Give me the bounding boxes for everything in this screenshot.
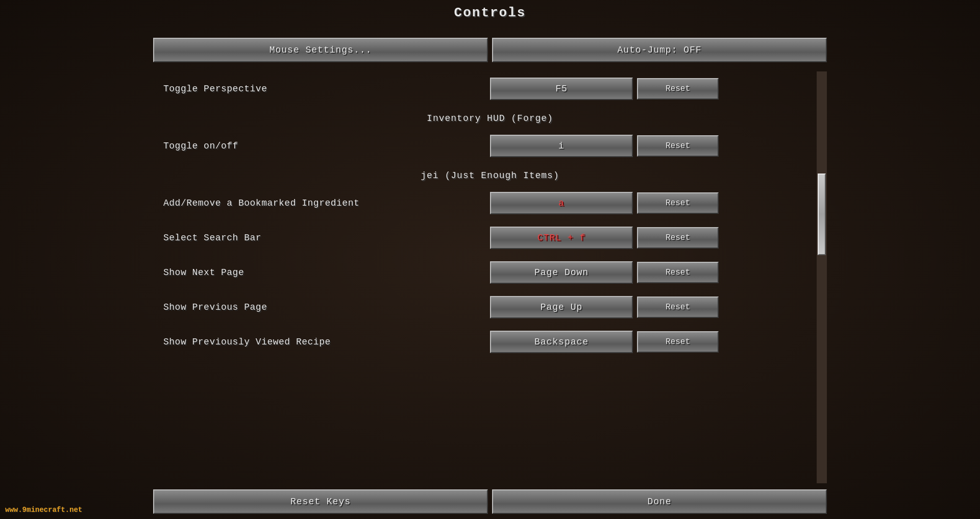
setting-controls-toggle-on-off: i Reset — [490, 135, 817, 157]
setting-row-prev-page: Show Previous Page Page Up Reset — [153, 290, 827, 325]
setting-label-prev-page: Show Previous Page — [163, 302, 490, 312]
reset-button-bookmark[interactable]: Reset — [637, 192, 719, 214]
scrollbar-thumb[interactable] — [818, 174, 826, 255]
setting-controls-search-bar: CTRL + f Reset — [490, 227, 817, 249]
auto-jump-button[interactable]: Auto-Jump: OFF — [492, 38, 827, 62]
setting-row-search-bar: Select Search Bar CTRL + f Reset — [153, 220, 827, 255]
reset-keys-button[interactable]: Reset Keys — [153, 489, 488, 514]
reset-button-next-page[interactable]: Reset — [637, 262, 719, 283]
scrollbar[interactable] — [817, 71, 827, 483]
done-button[interactable]: Done — [492, 489, 827, 514]
top-buttons-row: Mouse Settings... Auto-Jump: OFF — [153, 38, 827, 62]
page-title: Controls — [153, 5, 827, 20]
reset-button-prev-page[interactable]: Reset — [637, 296, 719, 318]
key-button-prev-page[interactable]: Page Up — [490, 296, 633, 318]
section-header-inventory-hud: Inventory HUD (Forge) — [153, 106, 827, 129]
setting-row-prev-recipe: Show Previously Viewed Recipe Backspace … — [153, 325, 827, 359]
setting-row-next-page: Show Next Page Page Down Reset — [153, 255, 827, 290]
settings-list: Toggle Perspective F5 Reset Inventory HU… — [153, 71, 827, 359]
setting-controls-bookmark: a Reset — [490, 192, 817, 214]
key-button-search-bar[interactable]: CTRL + f — [490, 227, 633, 249]
watermark: www.9minecraft.net — [5, 506, 82, 514]
reset-button-search-bar[interactable]: Reset — [637, 227, 719, 249]
section-header-jei: jei (Just Enough Items) — [153, 163, 827, 186]
setting-label-next-page: Show Next Page — [163, 267, 490, 278]
setting-label-bookmark: Add/Remove a Bookmarked Ingredient — [163, 198, 490, 208]
mouse-settings-button[interactable]: Mouse Settings... — [153, 38, 488, 62]
key-button-next-page[interactable]: Page Down — [490, 261, 633, 284]
bottom-buttons-row: Reset Keys Done — [153, 483, 827, 514]
setting-label-toggle-perspective: Toggle Perspective — [163, 84, 490, 94]
setting-row-toggle-on-off: Toggle on/off i Reset — [153, 129, 827, 163]
setting-controls-prev-page: Page Up Reset — [490, 296, 817, 318]
reset-button-toggle-on-off[interactable]: Reset — [637, 135, 719, 157]
setting-label-prev-recipe: Show Previously Viewed Recipe — [163, 337, 490, 347]
key-button-toggle-perspective[interactable]: F5 — [490, 78, 633, 100]
reset-button-toggle-perspective[interactable]: Reset — [637, 78, 719, 100]
setting-row-toggle-perspective: Toggle Perspective F5 Reset — [153, 71, 827, 106]
setting-label-search-bar: Select Search Bar — [163, 233, 490, 243]
key-button-toggle-on-off[interactable]: i — [490, 135, 633, 157]
reset-button-prev-recipe[interactable]: Reset — [637, 331, 719, 353]
setting-controls-prev-recipe: Backspace Reset — [490, 331, 817, 353]
setting-label-toggle-on-off: Toggle on/off — [163, 141, 490, 151]
setting-controls-next-page: Page Down Reset — [490, 261, 817, 284]
key-button-prev-recipe[interactable]: Backspace — [490, 331, 633, 353]
setting-controls-toggle-perspective: F5 Reset — [490, 78, 817, 100]
key-button-bookmark[interactable]: a — [490, 192, 633, 214]
setting-row-bookmark: Add/Remove a Bookmarked Ingredient a Res… — [153, 186, 827, 220]
